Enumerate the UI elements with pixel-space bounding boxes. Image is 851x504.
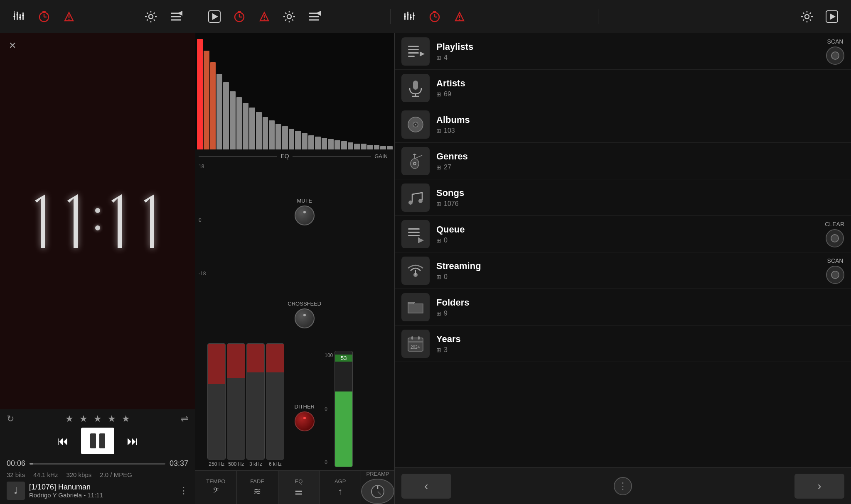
library-item-artists[interactable]: Artists⊞69 — [395, 70, 851, 106]
settings-icon-3[interactable] — [799, 9, 814, 24]
eq-line-right — [293, 156, 371, 157]
streaming-icon — [401, 257, 430, 285]
pause-button[interactable] — [81, 428, 114, 454]
star-1[interactable]: ★ — [65, 413, 74, 424]
library-item-songs[interactable]: Songs⊞1076 — [395, 179, 851, 216]
eq-fader-6khz[interactable] — [266, 343, 284, 460]
toolbar-center2-section — [391, 9, 598, 24]
settings-icon-1[interactable] — [143, 9, 158, 24]
settings-icon-2[interactable] — [282, 9, 297, 24]
fade-label: FADE — [250, 478, 264, 484]
close-button[interactable]: ✕ — [4, 37, 21, 54]
playlists-scan-button[interactable] — [826, 46, 844, 65]
pause-icon — [90, 433, 105, 448]
star-4[interactable]: ★ — [108, 413, 116, 424]
preamp-button[interactable]: PREAMP — [361, 471, 394, 504]
library-item-folders[interactable]: Folders⊞9 — [395, 289, 851, 325]
library-item-genres[interactable]: Genres⊞27 — [395, 143, 851, 179]
viz-bar-29 — [387, 146, 393, 149]
svg-rect-79 — [408, 341, 423, 343]
timer-icon-3[interactable] — [427, 9, 442, 24]
streaming-count: 0 — [444, 273, 448, 281]
visualizer — [195, 33, 394, 149]
tempo-label: TEMPO — [206, 478, 225, 484]
eq-section: EQ GAIN 18 0 -18 — [195, 149, 394, 470]
gain-label: GAIN — [374, 153, 391, 159]
folders-info: Folders⊞9 — [436, 297, 844, 317]
folders-count: 9 — [444, 310, 448, 317]
svg-point-64 — [411, 159, 419, 169]
progress-bar[interactable] — [30, 463, 165, 465]
svg-rect-58 — [413, 81, 418, 90]
queue-name: Queue — [436, 224, 818, 235]
track-info-row: ♩ [1/1076] Hanuman Rodrigo Y Gabriela - … — [7, 482, 188, 500]
streaming-scan-button[interactable] — [826, 266, 844, 284]
library-item-streaming[interactable]: Streaming⊞0SCAN — [395, 252, 851, 289]
eq-fader-500hz[interactable] — [227, 343, 245, 460]
previous-button[interactable]: ⏮ — [57, 434, 69, 448]
star-3[interactable]: ★ — [93, 413, 102, 424]
next-button[interactable]: ⏭ — [127, 434, 138, 448]
viz-bar-16 — [302, 133, 307, 149]
alarm-icon-1[interactable] — [61, 9, 76, 24]
albums-count-icon: ⊞ — [436, 127, 441, 134]
svg-text:2024: 2024 — [411, 345, 420, 350]
preamp-knob[interactable] — [361, 479, 394, 504]
track-text: [1/1076] Hanuman Rodrigo Y Gabriela - 11… — [29, 483, 175, 499]
track-more-button[interactable]: ⋮ — [179, 485, 188, 496]
nav-prev-button[interactable]: ‹ — [401, 474, 451, 499]
library-more-button[interactable]: ⋮ — [614, 477, 632, 495]
eq-btn-label: EQ — [295, 478, 303, 484]
eq-fader-3khz[interactable] — [246, 343, 265, 460]
svg-rect-2 — [17, 12, 18, 20]
star-2[interactable]: ★ — [79, 413, 88, 424]
eq-band-label-3khz: 3 kHz — [249, 461, 262, 467]
timer-icon-1[interactable] — [37, 9, 52, 24]
eq-band-6khz: 6 kHz — [266, 343, 284, 467]
eq-main-area: 18 0 -18 250 Hz — [199, 162, 391, 467]
viz-bar-11 — [269, 120, 275, 149]
timer-icon-2[interactable] — [232, 9, 247, 24]
artists-info: Artists⊞69 — [436, 78, 844, 98]
nav-next-button[interactable]: › — [794, 474, 844, 499]
menu-icon-2[interactable] — [307, 9, 322, 24]
shuffle-button[interactable]: ⇌ — [181, 413, 188, 424]
star-5[interactable]: ★ — [122, 413, 130, 424]
time-total: 03:37 — [170, 459, 188, 468]
eq-fader-250hz[interactable] — [207, 343, 226, 460]
playlists-info: Playlists⊞4 — [436, 42, 819, 61]
play-icon-1[interactable] — [207, 9, 222, 24]
agp-button[interactable]: AGP ↑ — [320, 471, 361, 504]
repeat-button[interactable]: ↻ — [7, 413, 14, 424]
viz-bar-9 — [256, 112, 262, 149]
db-mid: 0 — [199, 217, 206, 223]
db-labels-eq: 18 0 -18 — [199, 162, 206, 278]
library-item-playlists[interactable]: Playlists⊞4SCAN — [395, 33, 851, 70]
alarm-icon-2[interactable] — [257, 9, 272, 24]
tempo-button[interactable]: TEMPO 𝄢 — [195, 471, 237, 504]
menu-icon-1[interactable] — [168, 9, 183, 24]
viz-bar-19 — [322, 138, 327, 149]
library-item-albums[interactable]: Albums⊞103 — [395, 106, 851, 143]
play-icon-2[interactable] — [824, 9, 839, 24]
dither-knob[interactable] — [295, 411, 315, 431]
svg-rect-5 — [13, 16, 15, 17]
gain-meter[interactable]: 53 — [334, 351, 353, 467]
viz-bar-12 — [275, 124, 281, 149]
svg-rect-12 — [42, 11, 46, 12]
equalizer-icon[interactable] — [12, 9, 27, 24]
queue-count: 0 — [444, 237, 448, 244]
library-item-years[interactable]: 2024 Years⊞3 — [395, 325, 851, 362]
library-item-queue[interactable]: Queue⊞0CLEAR — [395, 216, 851, 252]
viz-bar-15 — [295, 131, 301, 149]
mute-knob[interactable] — [295, 206, 315, 225]
fade-button[interactable]: FADE ≋ — [237, 471, 278, 504]
crossfeed-knob[interactable] — [295, 308, 315, 328]
alarm-icon-3[interactable] — [452, 9, 467, 24]
svg-rect-6 — [16, 15, 18, 15]
equalizer-icon-2[interactable] — [402, 9, 417, 24]
queue-clear-button[interactable] — [826, 229, 844, 247]
eq-button[interactable]: EQ ⚌ — [278, 471, 320, 504]
artists-count-icon: ⊞ — [436, 91, 441, 98]
time-current: 00:06 — [7, 459, 25, 468]
